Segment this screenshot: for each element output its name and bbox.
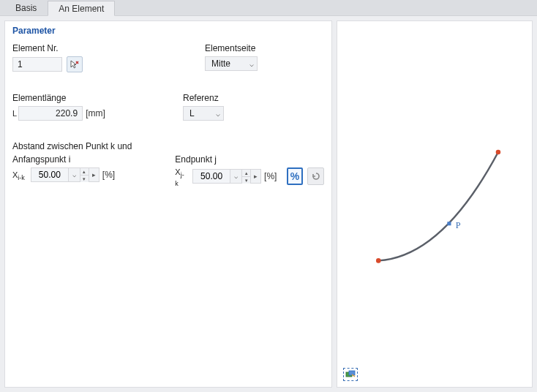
- reset-button[interactable]: [307, 167, 324, 185]
- elementseite-value: Mitte: [211, 59, 230, 69]
- pick-element-button[interactable]: [67, 56, 83, 72]
- xj-dropdown-button[interactable]: ⌵: [230, 169, 242, 184]
- referenz-value: L: [189, 108, 195, 118]
- parameter-panel: Parameter Element Nr.: [4, 20, 332, 388]
- point-p-label: P: [456, 220, 461, 230]
- tab-an-element[interactable]: An Element: [48, 1, 115, 16]
- element-nr-label: Element Nr.: [12, 43, 132, 53]
- referenz-label: Referenz: [183, 93, 324, 103]
- tab-bar: Basis An Element: [0, 0, 537, 16]
- section-title: Parameter: [12, 26, 324, 43]
- referenz-select[interactable]: L ⌵: [183, 106, 224, 121]
- tab-basis[interactable]: Basis: [4, 0, 48, 15]
- svg-point-3: [496, 150, 501, 155]
- xi-dropdown-button[interactable]: ⌵: [69, 167, 80, 182]
- element-nr-input[interactable]: [12, 57, 62, 72]
- xi-step-down[interactable]: ▾: [80, 176, 89, 182]
- xj-unit: [%]: [264, 171, 277, 181]
- chevron-down-icon: ⌵: [216, 110, 220, 118]
- xj-step-down[interactable]: ▾: [242, 177, 250, 184]
- xi-value-input[interactable]: [31, 167, 69, 182]
- length-value: [18, 106, 83, 121]
- length-symbol: L: [12, 109, 17, 118]
- xj-value-input[interactable]: [192, 169, 230, 184]
- xi-symbol: Xi-k: [12, 170, 25, 179]
- xi-step-up[interactable]: ▴: [80, 168, 89, 176]
- length-label: Elementlänge: [12, 93, 154, 103]
- percent-toggle-button[interactable]: %: [287, 167, 304, 185]
- xj-symbol: Xj-k: [175, 167, 187, 185]
- svg-rect-4: [447, 222, 451, 225]
- undo-icon: [311, 171, 321, 181]
- endpunkt-label: Endpunkt j: [175, 154, 324, 165]
- chevron-down-icon: ⌵: [249, 60, 254, 68]
- xi-step-forward[interactable]: ▸: [89, 167, 99, 182]
- elementseite-label: Elementseite: [205, 43, 324, 53]
- preview-toggle-button[interactable]: [343, 368, 358, 381]
- curve-preview: P: [337, 21, 532, 392]
- anfangspunkt-label: Anfangspunkt i: [12, 154, 146, 165]
- xj-step-up[interactable]: ▴: [242, 170, 250, 177]
- length-unit: [mm]: [86, 108, 105, 118]
- elementseite-select[interactable]: Mitte ⌵: [205, 56, 258, 71]
- preview-panel: P: [337, 20, 533, 388]
- layers-icon: [345, 370, 356, 379]
- xi-unit: [%]: [102, 170, 115, 180]
- distance-header: Abstand zwischen Punkt k und: [12, 141, 324, 151]
- xj-step-forward[interactable]: ▸: [251, 169, 261, 184]
- pick-cursor-icon: [70, 59, 80, 69]
- svg-point-2: [376, 258, 381, 263]
